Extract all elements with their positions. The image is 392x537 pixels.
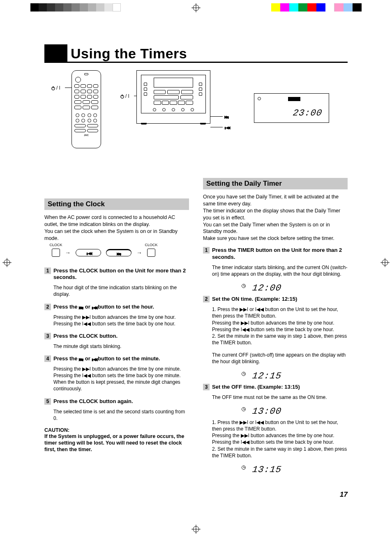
caution-heading: CAUTION: [44, 427, 189, 433]
clock-icon [242, 372, 246, 376]
timer-intro: Once you have set the Daily Timer, it wi… [203, 194, 348, 242]
clock-step-2: 2 Press the or button to set the hour. [44, 304, 189, 311]
timer-step-1: 1Press the TIMER button on the Unit for … [203, 247, 348, 261]
clock-step-3: 3Press the CLOCK button. [44, 333, 189, 340]
clock-icon [242, 466, 246, 470]
callout-ff [224, 114, 229, 119]
power-label-remote: / l [51, 85, 60, 91]
left-column: Setting the Clock When the AC power cord… [44, 178, 189, 477]
reg-cross-icon [191, 3, 201, 12]
timer-lcd-3a: 13:00 [252, 406, 302, 417]
section-heading-timer: Setting the Daily Timer [203, 178, 348, 189]
button-flow-diagram: CLOCK CLOCK [52, 249, 189, 257]
remote-brand: JVC [74, 134, 98, 136]
remote-diagram: JVC [71, 70, 101, 148]
clock-step-4: 4 Press the or button to set the minute. [44, 355, 189, 362]
right-column: Setting the Daily Timer Once you have se… [203, 178, 348, 477]
caution-body: If the System is unplugged, or a power f… [44, 433, 189, 453]
unit-diagram [136, 70, 210, 124]
callout-rw [224, 124, 229, 129]
timer-lcd-3b: 13:15 [252, 465, 302, 475]
lcd-display: 23:00 [254, 93, 329, 123]
clock-intro: When the AC power cord is connected to a… [44, 214, 189, 242]
page-title-row: Using the Timers [44, 44, 348, 63]
page-title: Using the Timers [71, 46, 187, 62]
clock-icon [242, 284, 246, 288]
power-label-unit: / l [120, 93, 129, 99]
reg-cross-icon [2, 258, 12, 267]
diagrams-area: / l JVC / l [44, 70, 348, 173]
timer-lcd-1: 12:00 [252, 283, 302, 293]
timer-step-2: 2Set the ON time. (Example: 12:15) [203, 296, 348, 303]
power-icon [120, 93, 125, 99]
page-number: 17 [340, 491, 348, 499]
clock-step-5: 5Press the CLOCK button again. [44, 398, 189, 405]
lcd-time: 23:00 [292, 108, 323, 118]
reg-cross-icon [380, 258, 390, 267]
reg-cross-icon [191, 525, 201, 534]
timer-lcd-2: 12:15 [252, 371, 302, 381]
clock-step-1: 1Press the CLOCK button on the Unit for … [44, 267, 189, 281]
clock-icon [242, 407, 246, 411]
power-icon [51, 85, 55, 91]
section-heading-clock: Setting the Clock [44, 198, 189, 210]
timer-step-3: 3Set the OFF time. (Example: 13:15) [203, 384, 348, 391]
